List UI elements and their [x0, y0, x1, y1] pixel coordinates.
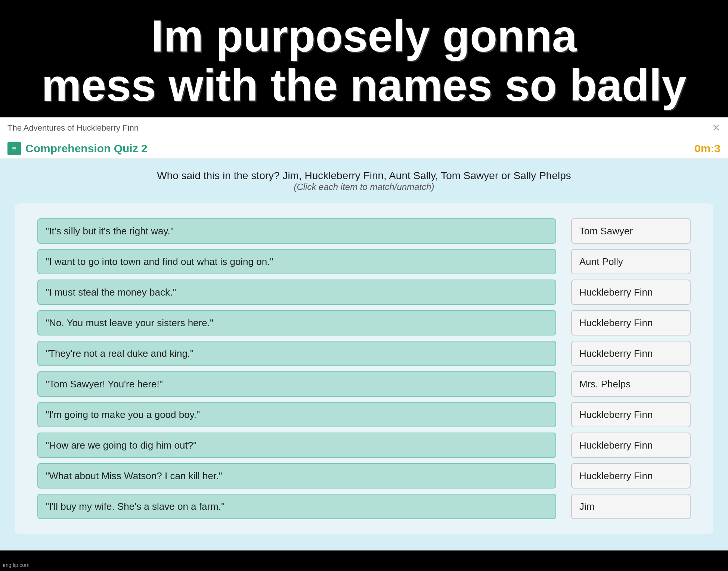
quiz-title-bar: ≡ Comprehension Quiz 2 0m:3 [0, 138, 728, 159]
quiz-title-left: ≡ Comprehension Quiz 2 [7, 142, 148, 155]
quote-item[interactable]: "They're not a real duke and king." [37, 341, 556, 366]
name-item[interactable]: Tom Sawyer [571, 218, 691, 244]
name-item[interactable]: Mrs. Phelps [571, 371, 691, 397]
quiz-title: Comprehension Quiz 2 [25, 142, 148, 155]
meme-line1: Im purposely gonna [7, 11, 721, 60]
name-item[interactable]: Huckleberry Finn [571, 433, 691, 458]
quiz-instruction: Who said this in the story? Jim, Huckleb… [15, 170, 713, 192]
quiz-wrapper: The Adventures of Huckleberry Finn ✕ ≡ C… [0, 117, 728, 550]
name-item[interactable]: Huckleberry Finn [571, 310, 691, 336]
name-item[interactable]: Huckleberry Finn [571, 463, 691, 489]
quote-item[interactable]: "What about Miss Watson? I can kill her.… [37, 463, 556, 489]
instruction-main: Who said this in the story? Jim, Huckleb… [15, 170, 713, 182]
quote-item[interactable]: "Tom Sawyer! You're here!" [37, 371, 556, 397]
quiz-timer: 0m:3 [694, 142, 721, 155]
watermark: imgflip.com [3, 562, 30, 568]
name-item[interactable]: Huckleberry Finn [571, 280, 691, 305]
quiz-icon: ≡ [7, 142, 21, 155]
instruction-sub: (Click each item to match/unmatch) [15, 182, 713, 192]
quote-item[interactable]: "It's silly but it's the right way." [37, 218, 556, 244]
quote-item[interactable]: "I'll buy my wife. She's a slave on a fa… [37, 494, 556, 519]
name-item[interactable]: Huckleberry Finn [571, 341, 691, 366]
quote-item[interactable]: "I must steal the money back." [37, 280, 556, 305]
name-item[interactable]: Huckleberry Finn [571, 402, 691, 427]
name-item[interactable]: Aunt Polly [571, 249, 691, 274]
quote-item[interactable]: "I want to go into town and find out wha… [37, 249, 556, 274]
matching-container: "It's silly but it's the right way.""I w… [15, 203, 713, 534]
quote-item[interactable]: "I'm going to make you a good boy." [37, 402, 556, 427]
names-column: Tom SawyerAunt PollyHuckleberry FinnHuck… [571, 218, 691, 519]
name-item[interactable]: Jim [571, 494, 691, 519]
close-button[interactable]: ✕ [712, 122, 721, 134]
quote-item[interactable]: "No. You must leave your sisters here." [37, 310, 556, 336]
quiz-content: Who said this in the story? Jim, Huckleb… [0, 159, 728, 550]
meme-banner: Im purposely gonna mess with the names s… [0, 0, 728, 117]
meme-line2: mess with the names so badly [7, 60, 721, 110]
breadcrumb: The Adventures of Huckleberry Finn [7, 123, 139, 133]
quotes-column: "It's silly but it's the right way.""I w… [37, 218, 556, 519]
breadcrumb-bar: The Adventures of Huckleberry Finn ✕ [0, 118, 728, 138]
quote-item[interactable]: "How are we going to dig him out?" [37, 433, 556, 458]
